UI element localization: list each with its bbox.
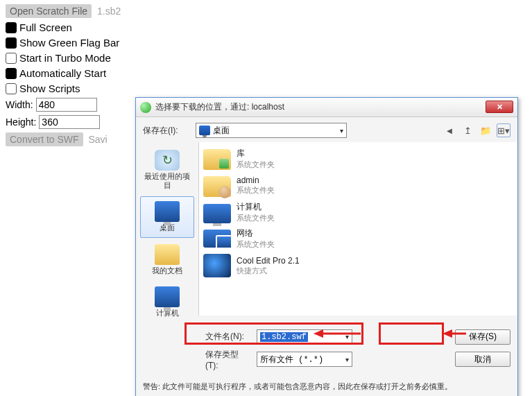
converter-panel: Open Scratch File 1.sb2 Full ScreenShow …	[6, 4, 121, 146]
chevron-down-icon: ▾	[340, 127, 343, 135]
option-row: Show Scripts	[6, 83, 121, 94]
file-name: 库	[237, 148, 275, 160]
filename-combo[interactable]: 1.sb2.swf ▾	[257, 329, 352, 345]
view-menu-icon[interactable]: ⊞▾	[497, 123, 510, 137]
file-subtitle: 系统文件夹	[237, 160, 275, 170]
cool-icon	[203, 254, 231, 277]
sidebar-item-label: 我的文档	[142, 266, 192, 275]
height-input[interactable]	[39, 115, 100, 129]
file-name: 计算机	[237, 201, 275, 213]
option-row: Start in Turbo Mode	[6, 52, 121, 64]
checkbox[interactable]	[6, 83, 17, 94]
filetype-value: 所有文件 (*.*)	[260, 354, 345, 365]
cancel-button[interactable]: 取消	[455, 352, 510, 367]
option-label: Start in Turbo Mode	[19, 52, 111, 64]
sidebar-item-recent[interactable]: 最近使用的项目	[140, 145, 194, 195]
docs-icon	[155, 244, 180, 265]
file-subtitle: 系统文件夹	[237, 213, 275, 223]
save-button[interactable]: 保存(S)	[455, 329, 510, 345]
chevron-down-icon: ▾	[345, 333, 349, 341]
option-row: Automatically Start	[6, 67, 121, 79]
file-list[interactable]: 库系统文件夹admin系统文件夹计算机系统文件夹网络系统文件夹Cool Edit…	[198, 142, 517, 316]
file-item[interactable]: 计算机系统文件夹	[203, 199, 513, 225]
warning-text: 警告: 此文件可能是可执行程序，或者可能包含恶意内容，因此在保存或打开之前务必慎…	[136, 377, 517, 396]
new-folder-icon[interactable]: 📁	[479, 123, 492, 137]
globe-icon	[140, 102, 151, 113]
file-item[interactable]: 网络系统文件夹	[203, 225, 513, 252]
checkbox[interactable]	[6, 37, 17, 49]
desktop-icon	[199, 126, 210, 135]
save-in-value: 桌面	[213, 125, 340, 137]
convert-to-swf-button[interactable]: Convert to SWF	[6, 132, 83, 146]
sidebar-item-desktop[interactable]: 桌面	[140, 196, 194, 237]
dialog-title: 选择要下载的位置，通过: localhost	[155, 101, 284, 113]
file-name: admin	[237, 175, 275, 185]
file-subtitle: 系统文件夹	[237, 239, 275, 250]
height-label: Height:	[6, 117, 36, 128]
comp-icon	[155, 286, 180, 307]
lib-icon	[203, 149, 231, 170]
dialog-titlebar[interactable]: 选择要下载的位置，通过: localhost ✕	[136, 98, 517, 117]
checkbox[interactable]	[6, 53, 17, 64]
filename-value: 1.sb2.swf	[260, 332, 308, 342]
save-file-dialog: 选择要下载的位置，通过: localhost ✕ 保存在(I): 桌面 ▾ ◄ …	[135, 97, 518, 396]
file-item[interactable]: 库系统文件夹	[203, 145, 513, 172]
width-label: Width:	[6, 99, 33, 110]
option-label: Full Screen	[19, 21, 72, 33]
saving-status: Savi	[88, 134, 107, 145]
file-subtitle: 快捷方式	[237, 266, 300, 276]
chevron-down-icon: ▾	[345, 356, 349, 363]
option-label: Automatically Start	[19, 67, 106, 79]
sidebar-item-label: 最近使用的项目	[142, 172, 192, 190]
file-name: 网络	[237, 227, 275, 239]
sidebar-item-docs[interactable]: 我的文档	[140, 239, 194, 280]
recent-icon	[155, 150, 180, 171]
up-folder-icon[interactable]: ↥	[461, 123, 474, 137]
admin-icon	[203, 176, 231, 197]
option-row: Show Green Flag Bar	[6, 37, 121, 49]
opened-file-name: 1.sb2	[97, 6, 121, 17]
desktop-icon	[155, 201, 180, 222]
places-sidebar: 最近使用的项目桌面我的文档计算机	[136, 142, 198, 325]
file-name: Cool Edit Pro 2.1	[237, 256, 300, 266]
filename-label: 文件名(N):	[205, 331, 250, 343]
comp-icon	[203, 204, 231, 223]
option-label: Show Green Flag Bar	[19, 37, 119, 49]
width-input[interactable]	[36, 98, 97, 112]
file-item[interactable]: Cool Edit Pro 2.1快捷方式	[203, 252, 513, 279]
save-in-label: 保存在(I):	[143, 125, 191, 137]
sidebar-item-comp[interactable]: 计算机	[140, 282, 194, 322]
checkbox[interactable]	[6, 68, 17, 79]
option-label: Show Scripts	[19, 83, 80, 94]
open-scratch-file-button[interactable]: Open Scratch File	[6, 4, 92, 18]
option-row: Full Screen	[6, 21, 121, 33]
net-icon	[203, 230, 231, 248]
save-in-combo[interactable]: 桌面 ▾	[196, 123, 347, 138]
file-subtitle: 系统文件夹	[237, 185, 275, 196]
checkbox[interactable]	[6, 22, 17, 33]
close-button[interactable]: ✕	[486, 101, 513, 113]
filetype-label: 保存类型(T):	[205, 349, 250, 370]
back-icon[interactable]: ◄	[443, 123, 456, 137]
filetype-combo[interactable]: 所有文件 (*.*) ▾	[257, 352, 352, 367]
file-item[interactable]: admin系统文件夹	[203, 172, 513, 199]
